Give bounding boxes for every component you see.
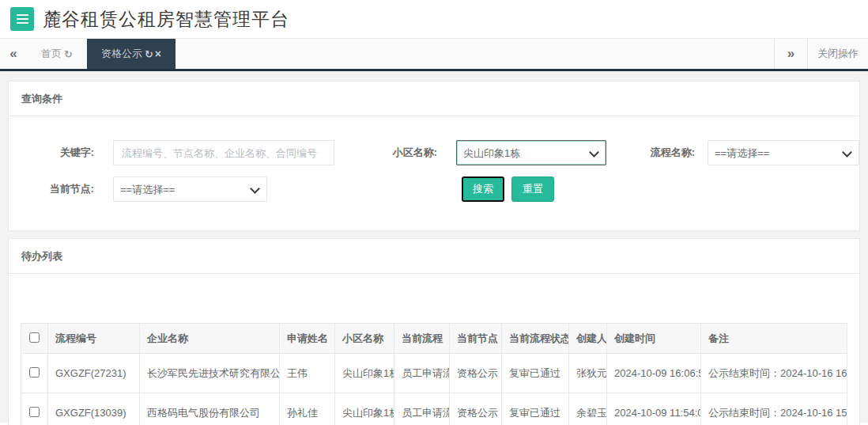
hamburger-menu-icon[interactable] [10,7,34,31]
process-name-select[interactable]: ==请选择== [708,140,859,165]
cell-current-process: 员工申请流程 [394,354,450,393]
cell-community: 尖山印象1栋 [335,393,394,425]
main-content: 查询条件 关键字: 小区名称: 尖山印象1栋 流程名称: ==请选择== [0,71,868,423]
cell-process-id: GXGZF(27231) [48,354,140,393]
cell-company: 长沙军民先进技术研究有限公司 [140,354,280,393]
cell-remark: 公示结束时间：2024-10-16 16:16:23 [701,354,847,393]
tab-home[interactable]: 首页 ↻ [27,39,87,69]
col-creator: 创建人 [569,324,607,354]
cell-applicant: 王伟 [280,354,335,393]
tab-home-label: 首页 [41,47,62,61]
close-tab-icon[interactable]: × [155,47,161,60]
keyword-label: 关键字: [31,146,94,160]
current-node-select[interactable]: ==请选择== [113,176,267,202]
cell-create-time: 2024-10-09 16:06:58 [607,354,701,393]
search-button[interactable]: 搜索 [462,176,504,202]
page-title: 麓谷租赁公租房智慧管理平台 [43,7,289,32]
tab-qualification-label: 资格公示 [101,47,142,61]
app-header: 麓谷租赁公租房智慧管理平台 [0,0,868,38]
cell-process-status: 复审已通过 [502,393,569,425]
keyword-input[interactable] [113,140,334,165]
cell-current-process: 员工申请流程 [394,393,450,425]
scroll-tabs-left-icon[interactable]: « [0,39,27,69]
row-checkbox[interactable] [29,407,40,417]
cell-create-time: 2024-10-09 11:54:05 [607,393,701,425]
refresh-icon[interactable]: ↻ [145,48,153,60]
query-conditions-panel: 查询条件 关键字: 小区名称: 尖山印象1栋 流程名称: ==请选择== [8,81,860,231]
table-header-row: 流程编号 企业名称 申请姓名 小区名称 当前流程 当前节点 当前流程状态 创建人… [21,324,847,354]
col-community: 小区名称 [335,324,394,354]
cell-creator: 张狄元 [569,354,607,393]
col-applicant: 申请姓名 [280,324,335,354]
refresh-icon[interactable]: ↻ [64,48,73,60]
table-row: GXGZF(27231) 长沙军民先进技术研究有限公司 王伟 尖山印象1栋 员工… [21,354,847,393]
cell-process-status: 复审已通过 [502,354,569,393]
cell-creator: 余碧玉 [569,393,607,425]
close-operations-button[interactable]: 关闭操作 [807,39,868,69]
query-panel-title: 查询条件 [9,82,859,116]
scroll-tabs-right-icon[interactable]: » [774,39,807,69]
table-row: GXGZF(13039) 西格码电气股份有限公司 孙礼佳 尖山印象1栋 员工申请… [21,393,847,425]
reset-button[interactable]: 重置 [511,176,554,202]
cell-applicant: 孙礼佳 [280,393,335,425]
cell-company: 西格码电气股份有限公司 [140,393,280,425]
community-select[interactable]: 尖山印象1栋 [456,140,606,165]
current-node-label: 当前节点: [31,182,94,196]
select-all-checkbox[interactable] [29,332,40,343]
row-checkbox[interactable] [29,367,40,378]
todo-list-panel: 待办列表 流程编号 企业名称 申请姓名 小区名称 当前流程 [8,238,860,425]
col-create-time: 创建时间 [607,324,701,354]
cell-current-node: 资格公示 [450,393,502,425]
community-label: 小区名称: [374,146,437,160]
col-company: 企业名称 [140,324,280,354]
col-process-id: 流程编号 [48,324,140,354]
tab-qualification-publicity[interactable]: 资格公示 ↻ × [87,39,175,69]
process-name-label: 流程名称: [638,146,695,160]
col-current-node: 当前节点 [450,324,502,354]
col-process-status: 当前流程状态 [502,324,569,354]
todo-panel-title: 待办列表 [9,239,859,274]
todo-table: 流程编号 企业名称 申请姓名 小区名称 当前流程 当前节点 当前流程状态 创建人… [21,323,847,425]
cell-remark: 公示结束时间：2024-10-16 15:57:29 [701,393,847,425]
tab-bar: « 首页 ↻ 资格公示 ↻ × » 关闭操作 [0,38,868,71]
col-remark: 备注 [701,324,847,354]
cell-process-id: GXGZF(13039) [48,393,140,425]
col-current-process: 当前流程 [394,324,450,354]
cell-current-node: 资格公示 [450,354,502,393]
cell-community: 尖山印象1栋 [335,354,394,393]
